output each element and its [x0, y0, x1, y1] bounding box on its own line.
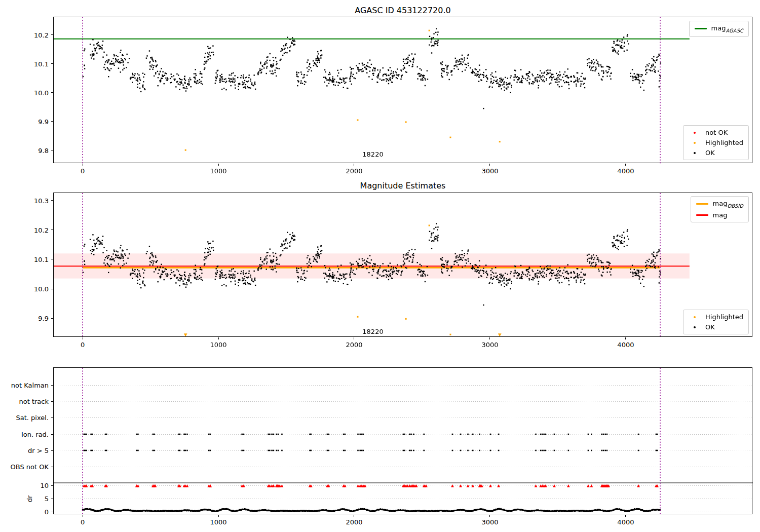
- x-tick-mark: [354, 337, 354, 339]
- x-tick-mark: [489, 515, 490, 517]
- y-tick-label: 10.1: [34, 60, 49, 67]
- x-tick-label: 0: [81, 167, 85, 175]
- dr-axis-label: dr: [26, 496, 33, 503]
- black-dot-icon: [689, 152, 701, 154]
- flag-category-label: not track: [19, 398, 49, 405]
- figure: AGASC ID 453122720.0 Magnitude Estimates…: [0, 0, 760, 532]
- red-dot-icon: [689, 132, 701, 134]
- top-plot-area: 18220 magAGASC not OK Highlighted: [53, 17, 752, 163]
- x-tick-mark: [625, 164, 626, 166]
- legend-label: OK: [705, 323, 715, 331]
- legend-label: mag: [713, 211, 728, 219]
- x-tick-label: 3000: [481, 518, 498, 526]
- middle-plot-area: 18220 magOBSID mag Highlighted: [53, 193, 752, 337]
- legend-row-mag: mag: [696, 211, 743, 219]
- x-tick-label: 1000: [210, 167, 226, 175]
- legend-row-mag-obsid: magOBSID: [696, 200, 743, 209]
- y-tick-label: 10.2: [34, 31, 49, 39]
- y-tick-label: 10.1: [34, 255, 49, 263]
- legend-row-ok: OK: [689, 149, 743, 157]
- y-tick-label: 10.2: [34, 226, 49, 234]
- orange-dot-icon: [689, 142, 701, 144]
- legend-row-highlighted: Highlighted: [689, 313, 743, 321]
- x-tick-mark: [218, 337, 219, 339]
- legend-row-highlighted: Highlighted: [689, 139, 743, 146]
- x-tick-mark: [354, 515, 354, 517]
- middle-legend-mag-lines: magOBSID mag: [691, 196, 749, 222]
- x-tick-mark: [354, 164, 354, 166]
- legend-label: magOBSID: [713, 200, 743, 209]
- flag-category-label: OBS not OK: [11, 463, 49, 471]
- dr-tick-label: 10: [40, 482, 49, 489]
- y-tick-mark: [51, 499, 53, 499]
- y-tick-mark: [51, 434, 53, 435]
- obsid-annotation: 18220: [362, 150, 383, 158]
- x-tick-mark: [83, 337, 83, 339]
- flag-category-label: dr > 5: [28, 447, 49, 454]
- y-tick-mark: [51, 485, 53, 486]
- middle-plot-title: Magnitude Estimates: [360, 181, 446, 191]
- x-tick-label: 1000: [210, 518, 226, 526]
- y-tick-mark: [51, 512, 53, 512]
- middle-plot-canvas: [54, 193, 753, 337]
- x-tick-label: 3000: [481, 341, 498, 349]
- red-line-swatch: [696, 214, 708, 216]
- y-tick-label: 10.3: [34, 197, 49, 204]
- y-tick-mark: [51, 121, 53, 122]
- x-tick-mark: [489, 337, 490, 339]
- flag-category-label: not Kalman: [11, 382, 49, 389]
- y-tick-mark: [51, 318, 53, 319]
- legend-label: Highlighted: [705, 139, 743, 146]
- legend-label: not OK: [705, 129, 728, 136]
- dr-tick-label: 5: [45, 495, 49, 503]
- y-tick-mark: [51, 467, 53, 467]
- x-tick-mark: [83, 515, 83, 517]
- flag-category-label: Ion. rad.: [21, 431, 49, 438]
- x-tick-label: 1000: [210, 341, 226, 349]
- y-tick-mark: [51, 63, 53, 64]
- top-legend-mag-agasc: magAGASC: [689, 21, 749, 37]
- x-tick-label: 0: [81, 341, 85, 349]
- legend-row-not-ok: not OK: [689, 129, 743, 136]
- x-tick-mark: [489, 164, 490, 166]
- y-tick-mark: [51, 259, 53, 259]
- flags-plot-canvas: [54, 368, 753, 515]
- y-tick-mark: [51, 150, 53, 150]
- top-plot-canvas: [54, 17, 753, 164]
- middle-legend-point-types: Highlighted OK: [683, 310, 749, 334]
- y-tick-mark: [51, 92, 53, 93]
- legend-label: OK: [705, 149, 715, 157]
- x-tick-mark: [218, 515, 219, 517]
- orange-dot-icon: [689, 316, 701, 318]
- y-tick-mark: [51, 289, 53, 289]
- y-tick-mark: [51, 401, 53, 402]
- top-plot-title: AGASC ID 453122720.0: [355, 6, 450, 15]
- y-tick-label: 9.9: [38, 118, 49, 125]
- legend-label: magAGASC: [711, 24, 743, 33]
- legend-row: magAGASC: [695, 24, 743, 33]
- y-tick-mark: [51, 200, 53, 201]
- x-tick-label: 2000: [346, 518, 362, 526]
- x-tick-label: 4000: [617, 341, 634, 349]
- y-tick-label: 9.9: [38, 315, 49, 322]
- dr-tick-label: 0: [45, 508, 49, 516]
- x-tick-label: 2000: [346, 341, 362, 349]
- top-legend-point-types: not OK Highlighted OK: [683, 125, 749, 160]
- green-line-swatch: [695, 28, 707, 29]
- y-tick-label: 10.0: [34, 285, 49, 293]
- y-tick-mark: [51, 385, 53, 386]
- x-tick-mark: [218, 164, 219, 166]
- x-tick-label: 4000: [617, 167, 634, 175]
- y-tick-label: 9.8: [38, 146, 49, 154]
- x-tick-label: 3000: [481, 167, 498, 175]
- y-tick-mark: [51, 34, 53, 35]
- x-tick-mark: [83, 164, 83, 166]
- black-dot-icon: [689, 326, 701, 328]
- x-tick-mark: [625, 337, 626, 339]
- x-tick-mark: [625, 515, 626, 517]
- orange-line-swatch: [696, 203, 708, 205]
- y-tick-mark: [51, 450, 53, 451]
- y-tick-mark: [51, 230, 53, 230]
- x-tick-label: 2000: [346, 167, 362, 175]
- legend-row-ok: OK: [689, 323, 743, 331]
